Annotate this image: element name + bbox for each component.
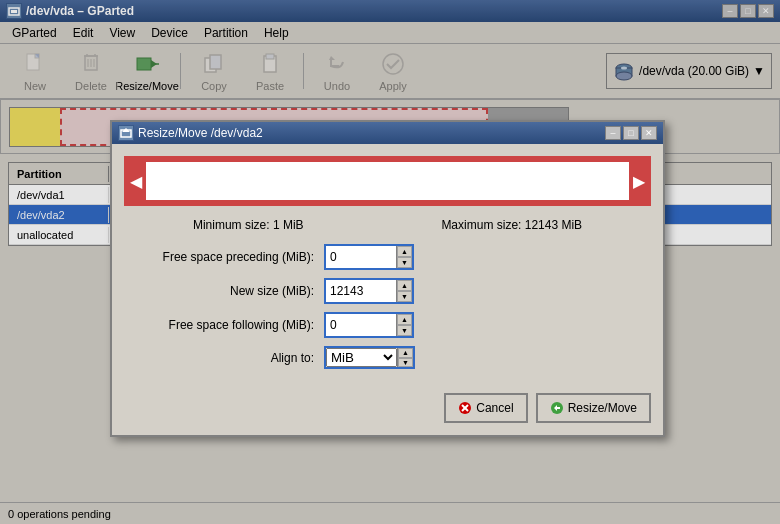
free-preceding-up[interactable]: ▲ bbox=[397, 246, 412, 257]
partition-visual-center bbox=[146, 162, 629, 200]
free-preceding-down[interactable]: ▼ bbox=[397, 257, 412, 268]
arrow-right-icon: ▶ bbox=[633, 172, 645, 191]
cancel-icon bbox=[458, 401, 472, 415]
align-select-wrapper[interactable]: MiB Cylinder None ▲ ▼ bbox=[324, 346, 415, 369]
free-following-input[interactable] bbox=[326, 314, 396, 336]
dialog-title-bar: Resize/Move /dev/vda2 – □ ✕ bbox=[112, 122, 663, 144]
free-following-down[interactable]: ▼ bbox=[397, 325, 412, 336]
resize-move-button[interactable]: Resize/Move bbox=[536, 393, 651, 423]
free-following-spinbox[interactable]: ▲ ▼ bbox=[324, 312, 414, 338]
new-size-label: New size (MiB): bbox=[124, 284, 324, 298]
resize-dialog: Resize/Move /dev/vda2 – □ ✕ ◀ ▶ Minimum … bbox=[110, 120, 665, 437]
free-preceding-label: Free space preceding (MiB): bbox=[124, 250, 324, 264]
free-preceding-input[interactable] bbox=[326, 246, 396, 268]
resize-left-handle[interactable]: ◀ bbox=[126, 158, 146, 204]
new-size-input[interactable] bbox=[326, 280, 396, 302]
new-size-spinbox[interactable]: ▲ ▼ bbox=[324, 278, 414, 304]
cancel-button[interactable]: Cancel bbox=[444, 393, 527, 423]
free-preceding-arrows: ▲ ▼ bbox=[396, 246, 412, 268]
resize-right-handle[interactable]: ▶ bbox=[629, 158, 649, 204]
align-label: Align to: bbox=[124, 351, 324, 365]
dialog-icon bbox=[118, 125, 134, 141]
new-size-arrows: ▲ ▼ bbox=[396, 280, 412, 302]
align-select[interactable]: MiB Cylinder None bbox=[326, 348, 397, 367]
align-arrows: ▲ ▼ bbox=[397, 348, 413, 367]
align-down[interactable]: ▼ bbox=[398, 358, 413, 368]
free-following-row: Free space following (MiB): ▲ ▼ bbox=[124, 312, 651, 338]
new-size-up[interactable]: ▲ bbox=[397, 280, 412, 291]
dialog-content: ◀ ▶ Minimum size: 1 MiB Maximum size: 12… bbox=[112, 144, 663, 435]
new-size-row: New size (MiB): ▲ ▼ bbox=[124, 278, 651, 304]
free-following-up[interactable]: ▲ bbox=[397, 314, 412, 325]
cancel-label: Cancel bbox=[476, 401, 513, 415]
arrow-left-icon: ◀ bbox=[130, 172, 142, 191]
align-up[interactable]: ▲ bbox=[398, 348, 413, 358]
resize-move-label: Resize/Move bbox=[568, 401, 637, 415]
free-following-label: Free space following (MiB): bbox=[124, 318, 324, 332]
free-preceding-row: Free space preceding (MiB): ▲ ▼ bbox=[124, 244, 651, 270]
free-following-arrows: ▲ ▼ bbox=[396, 314, 412, 336]
new-size-down[interactable]: ▼ bbox=[397, 291, 412, 302]
free-preceding-spinbox[interactable]: ▲ ▼ bbox=[324, 244, 414, 270]
align-row: Align to: MiB Cylinder None ▲ ▼ bbox=[124, 346, 651, 369]
partition-visual: ◀ ▶ bbox=[124, 156, 651, 206]
size-info: Minimum size: 1 MiB Maximum size: 12143 … bbox=[124, 218, 651, 232]
max-size-label: Maximum size: 12143 MiB bbox=[441, 218, 582, 232]
dialog-title-bar-left: Resize/Move /dev/vda2 bbox=[118, 125, 263, 141]
resize-move-icon bbox=[550, 401, 564, 415]
min-size-label: Minimum size: 1 MiB bbox=[193, 218, 304, 232]
dialog-buttons: Cancel Resize/Move bbox=[124, 385, 651, 423]
dialog-title: Resize/Move /dev/vda2 bbox=[138, 126, 263, 140]
dialog-controls: – □ ✕ bbox=[605, 126, 657, 140]
dialog-minimize-button[interactable]: – bbox=[605, 126, 621, 140]
dialog-close-button[interactable]: ✕ bbox=[641, 126, 657, 140]
dialog-maximize-button[interactable]: □ bbox=[623, 126, 639, 140]
